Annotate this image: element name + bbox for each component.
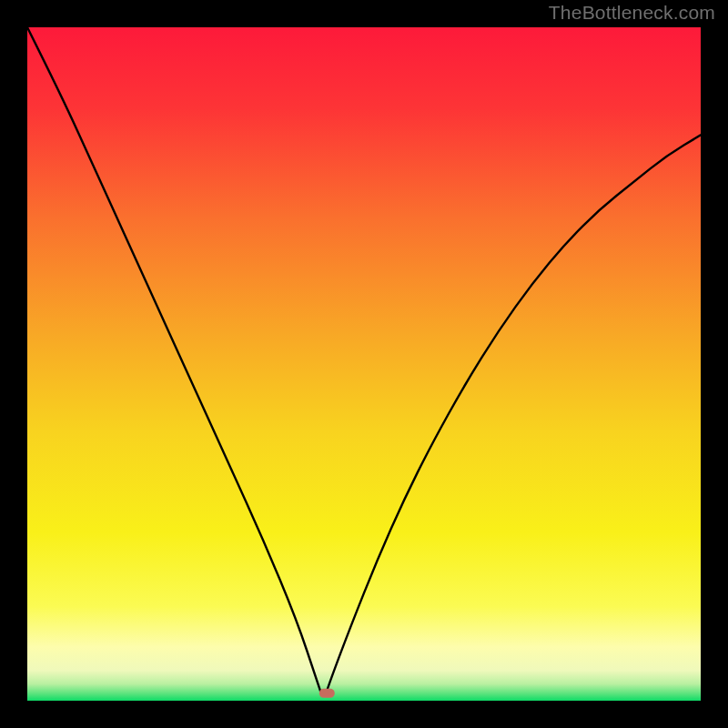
chart-frame: TheBottleneck.com — [0, 0, 728, 728]
watermark-text: TheBottleneck.com — [549, 2, 715, 24]
optimum-marker — [319, 689, 335, 698]
gradient-background — [27, 27, 701, 701]
chart-svg — [27, 27, 701, 701]
chart-plot-area — [27, 27, 701, 701]
